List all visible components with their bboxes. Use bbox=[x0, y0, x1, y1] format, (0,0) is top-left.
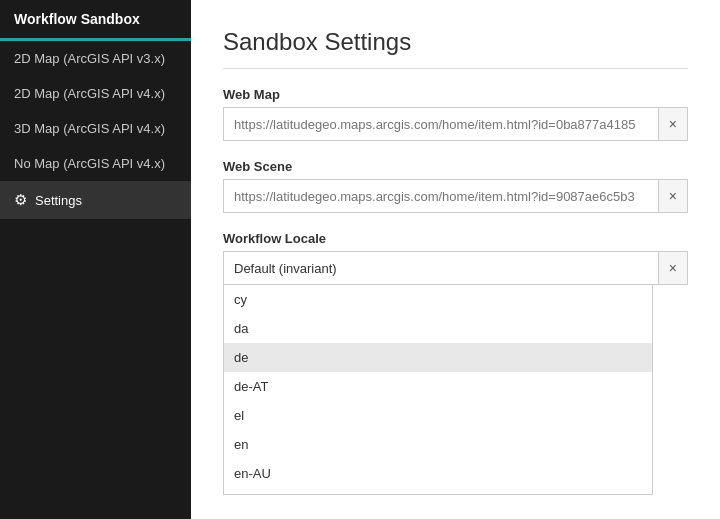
sidebar-item-settings[interactable]: ⚙ Settings bbox=[0, 181, 191, 219]
sidebar-item-label: 2D Map (ArcGIS API v3.x) bbox=[14, 51, 165, 66]
locale-option-el[interactable]: el bbox=[224, 401, 652, 430]
workflow-locale-field-group: Workflow Locale Default (invariant) × cy… bbox=[223, 231, 688, 495]
workflow-locale-selected[interactable]: Default (invariant) bbox=[223, 251, 658, 285]
locale-option-en[interactable]: en bbox=[224, 430, 652, 459]
sidebar-item-2d-map-v4[interactable]: 2D Map (ArcGIS API v4.x) bbox=[0, 76, 191, 111]
web-scene-input-row: × bbox=[223, 179, 688, 213]
web-scene-clear-button[interactable]: × bbox=[658, 179, 688, 213]
web-scene-field-group: Web Scene × bbox=[223, 159, 688, 213]
sidebar-item-3d-map-v4[interactable]: 3D Map (ArcGIS API v4.x) bbox=[0, 111, 191, 146]
main-content: Sandbox Settings Web Map × Web Scene × W… bbox=[191, 0, 720, 519]
web-map-field-group: Web Map × bbox=[223, 87, 688, 141]
sidebar-item-label: Settings bbox=[35, 193, 82, 208]
locale-option-cy[interactable]: cy bbox=[224, 285, 652, 314]
locale-option-en-AU[interactable]: en-AU bbox=[224, 459, 652, 488]
locale-option-da[interactable]: da bbox=[224, 314, 652, 343]
locale-option-de[interactable]: de bbox=[224, 343, 652, 372]
sidebar-item-2d-map-v3[interactable]: 2D Map (ArcGIS API v3.x) bbox=[0, 41, 191, 76]
workflow-locale-selected-row: Default (invariant) × bbox=[223, 251, 688, 285]
web-map-label: Web Map bbox=[223, 87, 688, 102]
sidebar-item-label: 3D Map (ArcGIS API v4.x) bbox=[14, 121, 165, 136]
locale-option-en-CA[interactable]: en-CA bbox=[224, 488, 652, 495]
sidebar: Workflow Sandbox 2D Map (ArcGIS API v3.x… bbox=[0, 0, 191, 519]
workflow-locale-label: Workflow Locale bbox=[223, 231, 688, 246]
sidebar-item-label: 2D Map (ArcGIS API v4.x) bbox=[14, 86, 165, 101]
web-scene-label: Web Scene bbox=[223, 159, 688, 174]
web-map-input[interactable] bbox=[223, 107, 658, 141]
sidebar-item-label: No Map (ArcGIS API v4.x) bbox=[14, 156, 165, 171]
sidebar-item-no-map-v4[interactable]: No Map (ArcGIS API v4.x) bbox=[0, 146, 191, 181]
web-map-clear-button[interactable]: × bbox=[658, 107, 688, 141]
locale-option-de-AT[interactable]: de-AT bbox=[224, 372, 652, 401]
page-title: Sandbox Settings bbox=[223, 28, 688, 69]
web-map-input-row: × bbox=[223, 107, 688, 141]
workflow-locale-dropdown[interactable]: cy da de de-AT el en en-AU en-CA en-GB e… bbox=[223, 285, 653, 495]
workflow-locale-clear-button[interactable]: × bbox=[658, 251, 688, 285]
gear-icon: ⚙ bbox=[14, 191, 27, 209]
web-scene-input[interactable] bbox=[223, 179, 658, 213]
sidebar-title: Workflow Sandbox bbox=[0, 0, 191, 41]
